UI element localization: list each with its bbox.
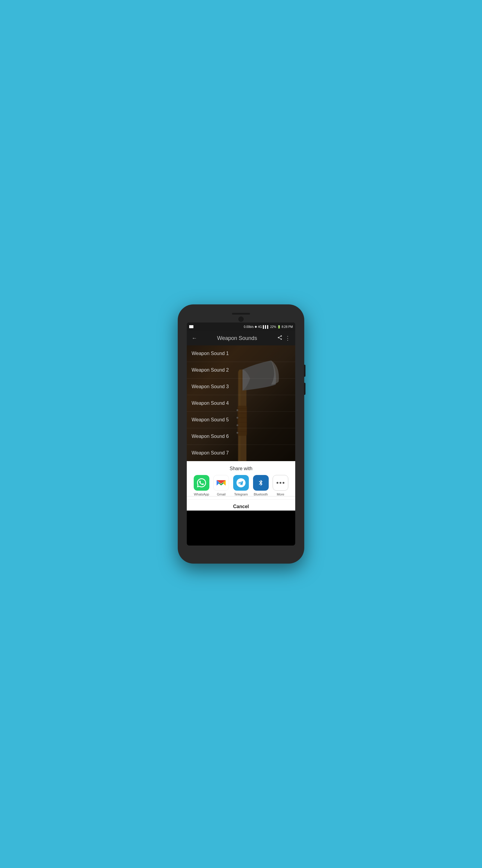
telegram-icon — [233, 475, 249, 491]
status-right: 0.00b/s ✱ 4G ▌▌▌ 22% 🔋 8:28 PM — [244, 325, 293, 329]
app-title: Weapon Sounds — [198, 335, 276, 341]
whatsapp-label: WhatsApp — [194, 493, 209, 496]
svg-point-15 — [280, 482, 281, 484]
share-telegram[interactable]: Telegram — [233, 475, 249, 496]
phone-speaker — [232, 313, 250, 315]
svg-point-16 — [283, 482, 284, 484]
power-button — [304, 365, 306, 377]
volume-button — [304, 383, 306, 395]
svg-point-14 — [277, 482, 278, 484]
battery-icon: 🔋 — [277, 325, 281, 329]
sound-item-7[interactable]: Weapon Sound 7 — [187, 445, 295, 461]
content-area: Weapon Sound 1 Weapon Sound 2 Weapon Sou… — [187, 345, 295, 510]
share-bluetooth[interactable]: Bluetooth — [253, 475, 269, 496]
time-display: 8:28 PM — [282, 325, 293, 329]
battery-level: 22% — [270, 325, 276, 329]
app-bar: ← Weapon Sounds ⋮ — [187, 331, 295, 345]
more-label: More — [277, 493, 284, 496]
gmail-label: Gmail — [217, 493, 226, 496]
share-button[interactable] — [276, 334, 284, 343]
network-type: 4G — [258, 325, 262, 329]
more-options-button[interactable]: ⋮ — [284, 334, 292, 343]
bluetooth-label: Bluetooth — [254, 493, 267, 496]
telegram-label: Telegram — [234, 493, 248, 496]
whatsapp-icon — [194, 475, 210, 491]
back-button[interactable]: ← — [190, 334, 198, 343]
sound-item-5[interactable]: Weapon Sound 5 — [187, 412, 295, 428]
share-gmail[interactable]: Gmail — [213, 475, 229, 496]
share-whatsapp[interactable]: WhatsApp — [194, 475, 210, 496]
network-speed: 0.00b/s — [244, 325, 254, 329]
share-more[interactable]: More — [272, 475, 288, 496]
sound-item-6[interactable]: Weapon Sound 6 — [187, 428, 295, 445]
phone-device: 🖼 0.00b/s ✱ 4G ▌▌▌ 22% 🔋 8:28 PM ← Weapo… — [178, 304, 304, 564]
bluetooth-icon — [253, 475, 269, 491]
status-left: 🖼 — [189, 325, 193, 328]
gmail-icon — [213, 475, 229, 491]
sound-item-1[interactable]: Weapon Sound 1 — [187, 345, 295, 362]
sheet-divider — [187, 496, 295, 496]
bluetooth-status-icon: ✱ — [255, 325, 257, 329]
cancel-button[interactable]: Cancel — [187, 499, 295, 510]
sound-item-4[interactable]: Weapon Sound 4 — [187, 395, 295, 412]
phone-screen: 🖼 0.00b/s ✱ 4G ▌▌▌ 22% 🔋 8:28 PM ← Weapo… — [187, 322, 295, 546]
sound-item-3[interactable]: Weapon Sound 3 — [187, 378, 295, 395]
sound-list: Weapon Sound 1 Weapon Sound 2 Weapon Sou… — [187, 345, 295, 461]
signal-bars: ▌▌▌ — [263, 325, 269, 329]
photo-icon: 🖼 — [189, 325, 193, 328]
share-title: Share with — [187, 461, 295, 475]
more-icon — [272, 475, 288, 491]
phone-camera — [238, 316, 244, 322]
share-sheet: Share with WhatsApp — [187, 461, 295, 510]
status-bar: 🖼 0.00b/s ✱ 4G ▌▌▌ 22% 🔋 8:28 PM — [187, 322, 295, 331]
sound-item-2[interactable]: Weapon Sound 2 — [187, 362, 295, 378]
share-apps-row: WhatsApp — [187, 475, 295, 496]
